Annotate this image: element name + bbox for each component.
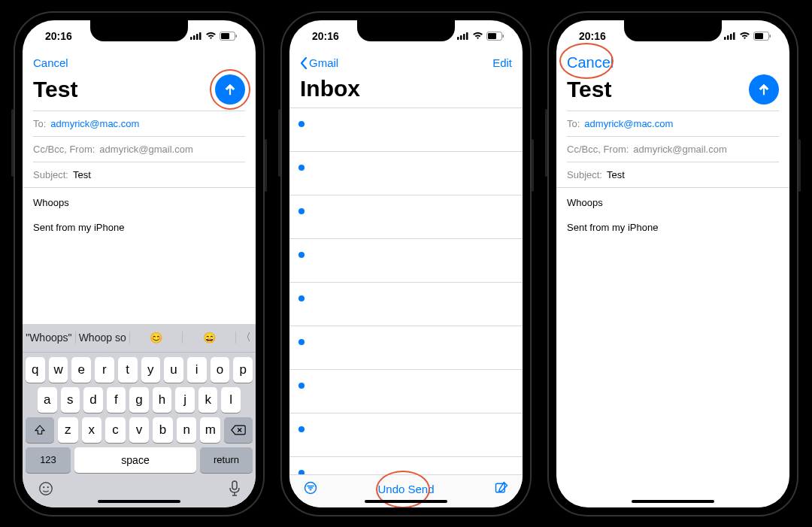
key-z[interactable]: z	[58, 417, 78, 443]
ccbcc-value: admyrick@gmail.com	[633, 144, 726, 155]
svg-rect-17	[503, 35, 504, 38]
compose-header: Test	[556, 71, 789, 111]
svg-rect-3	[199, 32, 201, 40]
key-f[interactable]: f	[107, 387, 126, 413]
to-field[interactable]: To: admyrick@mac.com	[567, 111, 779, 136]
key-l[interactable]: l	[221, 387, 241, 413]
send-button[interactable]	[749, 74, 779, 104]
unread-dot-icon	[298, 426, 304, 432]
key-t[interactable]: t	[118, 357, 138, 383]
shift-key[interactable]	[26, 417, 54, 443]
subject-value: Test	[73, 169, 91, 180]
key-w[interactable]: w	[49, 357, 68, 383]
inbox-item[interactable]	[289, 326, 523, 370]
compose-body[interactable]: Whoops Sent from my iPhone	[556, 187, 789, 507]
home-indicator[interactable]	[632, 500, 714, 503]
wifi-icon	[205, 32, 217, 40]
status-time: 20:16	[312, 30, 339, 42]
phone-frame-3: 20:16 Cancel Test	[547, 11, 798, 516]
undo-send-button[interactable]: Undo Send	[377, 483, 434, 495]
key-k[interactable]: k	[198, 387, 218, 413]
delete-icon	[231, 425, 246, 435]
key-r[interactable]: r	[95, 357, 114, 383]
subject-field[interactable]: Subject: Test	[33, 162, 245, 187]
notch	[90, 20, 188, 41]
key-x[interactable]: x	[82, 417, 102, 443]
ccbcc-value: admyrick@gmail.com	[99, 144, 192, 155]
send-button[interactable]	[215, 74, 245, 104]
edit-button[interactable]: Edit	[492, 56, 512, 69]
prediction-2[interactable]: Whoop so	[76, 332, 130, 344]
key-i[interactable]: i	[187, 357, 207, 383]
key-q[interactable]: q	[26, 357, 45, 383]
svg-rect-21	[727, 35, 729, 40]
ccbcc-field[interactable]: Cc/Bcc, From: admyrick@gmail.com	[33, 136, 245, 162]
key-y[interactable]: y	[141, 357, 161, 383]
numbers-key[interactable]: 123	[26, 447, 71, 473]
key-p[interactable]: p	[233, 357, 253, 383]
inbox-item[interactable]	[289, 239, 523, 283]
key-a[interactable]: a	[38, 387, 57, 413]
key-g[interactable]: g	[129, 387, 149, 413]
cancel-button[interactable]: Cancel	[33, 56, 68, 69]
to-field[interactable]: To: admyrick@mac.com	[33, 111, 245, 136]
home-indicator[interactable]	[98, 500, 180, 503]
dictation-key[interactable]	[229, 480, 241, 500]
compose-icon	[494, 480, 509, 495]
subject-label: Subject:	[33, 169, 68, 180]
arrow-up-icon	[222, 81, 238, 98]
compose-fields: To: admyrick@mac.com Cc/Bcc, From: admyr…	[23, 111, 256, 187]
delete-key[interactable]	[224, 417, 253, 443]
emoji-key[interactable]	[38, 480, 54, 500]
unread-dot-icon	[298, 252, 304, 258]
inbox-list[interactable]	[289, 108, 523, 474]
prediction-3[interactable]: 😊	[130, 332, 183, 344]
key-d[interactable]: d	[83, 387, 103, 413]
key-n[interactable]: n	[177, 417, 197, 443]
keyboard: "Whoops" Whoop so 😊 😄 〈 qwertyuiop asdfg…	[23, 324, 256, 507]
key-v[interactable]: v	[129, 417, 150, 443]
inbox-item[interactable]	[289, 108, 523, 152]
battery-icon	[486, 32, 504, 41]
return-key[interactable]: return	[200, 447, 253, 473]
key-h[interactable]: h	[153, 387, 172, 413]
compose-title: Test	[567, 77, 611, 102]
key-o[interactable]: o	[211, 357, 230, 383]
inbox-nav: Gmail Edit	[289, 52, 523, 71]
compose-body[interactable]: Whoops Sent from my iPhone	[23, 187, 256, 324]
svg-rect-5	[221, 33, 229, 39]
prediction-1[interactable]: "Whoops"	[23, 332, 76, 344]
shift-icon	[34, 424, 46, 436]
filter-button[interactable]	[303, 480, 318, 498]
key-j[interactable]: j	[175, 387, 195, 413]
home-indicator[interactable]	[365, 500, 447, 503]
svg-rect-16	[488, 33, 496, 39]
space-key[interactable]: space	[74, 447, 196, 473]
svg-rect-20	[724, 37, 726, 40]
key-u[interactable]: u	[164, 357, 183, 383]
ccbcc-field[interactable]: Cc/Bcc, From: admyrick@gmail.com	[567, 136, 779, 162]
ccbcc-label: Cc/Bcc, From:	[567, 144, 629, 155]
svg-point-7	[40, 482, 53, 495]
inbox-item[interactable]	[289, 457, 523, 474]
unread-dot-icon	[298, 165, 304, 171]
inbox-item[interactable]	[289, 152, 523, 195]
key-b[interactable]: b	[153, 417, 173, 443]
subject-field[interactable]: Subject: Test	[567, 162, 779, 187]
key-c[interactable]: c	[105, 417, 126, 443]
cancel-button[interactable]: Cancel	[567, 54, 614, 71]
inbox-item[interactable]	[289, 370, 523, 413]
signal-icon	[724, 32, 736, 40]
key-m[interactable]: m	[200, 417, 220, 443]
status-time: 20:16	[45, 30, 72, 42]
compose-button[interactable]	[494, 480, 509, 498]
key-s[interactable]: s	[61, 387, 80, 413]
key-e[interactable]: e	[71, 357, 91, 383]
compose-header: Test	[23, 71, 256, 111]
prediction-4[interactable]: 😄	[183, 332, 236, 344]
inbox-item[interactable]	[289, 283, 523, 326]
inbox-item[interactable]	[289, 195, 523, 239]
prediction-collapse-icon[interactable]: 〈	[236, 331, 256, 344]
inbox-item[interactable]	[289, 413, 523, 457]
back-button[interactable]: Gmail	[300, 56, 338, 69]
